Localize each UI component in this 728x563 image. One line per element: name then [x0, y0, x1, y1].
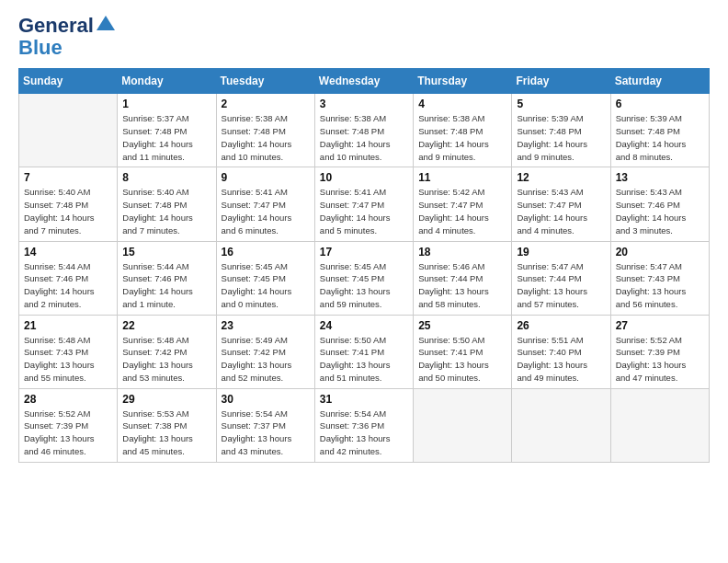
logo-text-general: General	[18, 15, 94, 37]
calendar-cell: 28Sunrise: 5:52 AMSunset: 7:39 PMDayligh…	[19, 388, 118, 462]
day-info: Sunrise: 5:53 AMSunset: 7:38 PMDaylight:…	[122, 408, 210, 458]
day-number: 13	[616, 171, 704, 184]
day-info: Sunrise: 5:39 AMSunset: 7:48 PMDaylight:…	[517, 112, 605, 163]
day-info: Sunrise: 5:40 AMSunset: 7:48 PMDaylight:…	[122, 186, 210, 236]
calendar-cell: 15Sunrise: 5:44 AMSunset: 7:46 PMDayligh…	[118, 241, 216, 315]
day-info: Sunrise: 5:38 AMSunset: 7:48 PMDaylight:…	[418, 112, 506, 163]
day-info: Sunrise: 5:38 AMSunset: 7:48 PMDaylight:…	[320, 112, 408, 163]
column-header-friday: Friday	[512, 69, 610, 94]
calendar-cell: 8Sunrise: 5:40 AMSunset: 7:48 PMDaylight…	[118, 167, 216, 241]
calendar-cell: 3Sunrise: 5:38 AMSunset: 7:48 PMDaylight…	[314, 94, 413, 167]
day-info: Sunrise: 5:54 AMSunset: 7:37 PMDaylight:…	[222, 408, 310, 458]
day-number: 31	[320, 393, 408, 406]
calendar-table: SundayMondayTuesdayWednesdayThursdayFrid…	[18, 68, 710, 462]
day-number: 25	[418, 319, 506, 332]
calendar-cell: 1Sunrise: 5:37 AMSunset: 7:48 PMDaylight…	[118, 94, 216, 167]
day-number: 20	[616, 246, 704, 259]
calendar-cell: 18Sunrise: 5:46 AMSunset: 7:44 PMDayligh…	[414, 241, 512, 315]
svg-marker-0	[97, 16, 115, 30]
column-header-thursday: Thursday	[414, 69, 512, 94]
header: General Blue	[18, 15, 710, 59]
day-number: 6	[616, 98, 704, 110]
week-row-1: 1Sunrise: 5:37 AMSunset: 7:48 PMDaylight…	[19, 94, 710, 167]
day-number: 7	[24, 171, 112, 184]
calendar-cell	[512, 388, 610, 462]
day-number: 12	[517, 171, 605, 184]
day-info: Sunrise: 5:42 AMSunset: 7:47 PMDaylight:…	[418, 186, 506, 236]
day-info: Sunrise: 5:52 AMSunset: 7:39 PMDaylight:…	[616, 334, 704, 385]
week-row-5: 28Sunrise: 5:52 AMSunset: 7:39 PMDayligh…	[19, 388, 710, 462]
calendar-cell: 4Sunrise: 5:38 AMSunset: 7:48 PMDaylight…	[414, 94, 512, 167]
logo: General Blue	[18, 15, 115, 59]
day-info: Sunrise: 5:45 AMSunset: 7:45 PMDaylight:…	[320, 260, 408, 311]
day-info: Sunrise: 5:41 AMSunset: 7:47 PMDaylight:…	[222, 186, 310, 236]
day-info: Sunrise: 5:37 AMSunset: 7:48 PMDaylight:…	[122, 112, 210, 163]
calendar-cell: 11Sunrise: 5:42 AMSunset: 7:47 PMDayligh…	[414, 167, 512, 241]
calendar-cell: 10Sunrise: 5:41 AMSunset: 7:47 PMDayligh…	[314, 167, 413, 241]
day-number: 30	[222, 393, 310, 406]
calendar-cell: 19Sunrise: 5:47 AMSunset: 7:44 PMDayligh…	[512, 241, 610, 315]
week-row-3: 14Sunrise: 5:44 AMSunset: 7:46 PMDayligh…	[19, 241, 710, 315]
calendar-cell: 20Sunrise: 5:47 AMSunset: 7:43 PMDayligh…	[610, 241, 709, 315]
calendar-cell: 22Sunrise: 5:48 AMSunset: 7:42 PMDayligh…	[118, 315, 216, 388]
header-row: SundayMondayTuesdayWednesdayThursdayFrid…	[19, 69, 710, 94]
day-number: 27	[616, 319, 704, 332]
day-info: Sunrise: 5:52 AMSunset: 7:39 PMDaylight:…	[24, 408, 112, 458]
day-info: Sunrise: 5:47 AMSunset: 7:44 PMDaylight:…	[517, 260, 605, 311]
calendar-cell: 27Sunrise: 5:52 AMSunset: 7:39 PMDayligh…	[610, 315, 709, 388]
day-number: 22	[122, 319, 210, 332]
day-number: 11	[418, 171, 506, 184]
day-number: 29	[122, 393, 210, 406]
day-info: Sunrise: 5:38 AMSunset: 7:48 PMDaylight:…	[222, 112, 310, 163]
calendar-cell: 13Sunrise: 5:43 AMSunset: 7:46 PMDayligh…	[610, 167, 709, 241]
calendar-cell: 31Sunrise: 5:54 AMSunset: 7:36 PMDayligh…	[314, 388, 413, 462]
logo-icon	[97, 16, 115, 30]
calendar-cell	[19, 94, 118, 167]
day-number: 16	[222, 246, 310, 259]
calendar-cell: 17Sunrise: 5:45 AMSunset: 7:45 PMDayligh…	[314, 241, 413, 315]
calendar-cell: 6Sunrise: 5:39 AMSunset: 7:48 PMDaylight…	[610, 94, 709, 167]
column-header-monday: Monday	[118, 69, 216, 94]
day-info: Sunrise: 5:41 AMSunset: 7:47 PMDaylight:…	[320, 186, 408, 236]
day-info: Sunrise: 5:48 AMSunset: 7:43 PMDaylight:…	[24, 334, 112, 385]
calendar-cell: 24Sunrise: 5:50 AMSunset: 7:41 PMDayligh…	[314, 315, 413, 388]
calendar-cell: 16Sunrise: 5:45 AMSunset: 7:45 PMDayligh…	[216, 241, 314, 315]
week-row-2: 7Sunrise: 5:40 AMSunset: 7:48 PMDaylight…	[19, 167, 710, 241]
calendar-cell: 5Sunrise: 5:39 AMSunset: 7:48 PMDaylight…	[512, 94, 610, 167]
day-number: 28	[24, 393, 112, 406]
day-number: 18	[418, 246, 506, 259]
day-info: Sunrise: 5:44 AMSunset: 7:46 PMDaylight:…	[122, 260, 210, 311]
day-info: Sunrise: 5:47 AMSunset: 7:43 PMDaylight:…	[616, 260, 704, 311]
calendar-cell: 25Sunrise: 5:50 AMSunset: 7:41 PMDayligh…	[414, 315, 512, 388]
day-info: Sunrise: 5:50 AMSunset: 7:41 PMDaylight:…	[320, 334, 408, 385]
calendar-cell	[414, 388, 512, 462]
day-info: Sunrise: 5:54 AMSunset: 7:36 PMDaylight:…	[320, 408, 408, 458]
day-number: 5	[517, 98, 605, 110]
day-number: 3	[320, 98, 408, 110]
day-number: 23	[222, 319, 310, 332]
calendar-cell: 9Sunrise: 5:41 AMSunset: 7:47 PMDaylight…	[216, 167, 314, 241]
day-number: 17	[320, 246, 408, 259]
column-header-wednesday: Wednesday	[314, 69, 413, 94]
day-number: 14	[24, 246, 112, 259]
day-info: Sunrise: 5:43 AMSunset: 7:46 PMDaylight:…	[616, 186, 704, 236]
calendar-cell: 23Sunrise: 5:49 AMSunset: 7:42 PMDayligh…	[216, 315, 314, 388]
day-number: 10	[320, 171, 408, 184]
day-number: 4	[418, 98, 506, 110]
day-info: Sunrise: 5:43 AMSunset: 7:47 PMDaylight:…	[517, 186, 605, 236]
day-info: Sunrise: 5:40 AMSunset: 7:48 PMDaylight:…	[24, 186, 112, 236]
day-info: Sunrise: 5:46 AMSunset: 7:44 PMDaylight:…	[418, 260, 506, 311]
day-number: 9	[222, 171, 310, 184]
calendar-cell: 7Sunrise: 5:40 AMSunset: 7:48 PMDaylight…	[19, 167, 118, 241]
calendar-cell: 2Sunrise: 5:38 AMSunset: 7:48 PMDaylight…	[216, 94, 314, 167]
calendar-cell: 21Sunrise: 5:48 AMSunset: 7:43 PMDayligh…	[19, 315, 118, 388]
day-number: 1	[122, 98, 210, 110]
day-number: 24	[320, 319, 408, 332]
page: General Blue SundayMondayTuesdayWednesda…	[0, 0, 728, 563]
logo-text-blue: Blue	[18, 37, 115, 59]
day-number: 8	[122, 171, 210, 184]
day-number: 19	[517, 246, 605, 259]
day-info: Sunrise: 5:49 AMSunset: 7:42 PMDaylight:…	[222, 334, 310, 385]
day-number: 26	[517, 319, 605, 332]
column-header-tuesday: Tuesday	[216, 69, 314, 94]
